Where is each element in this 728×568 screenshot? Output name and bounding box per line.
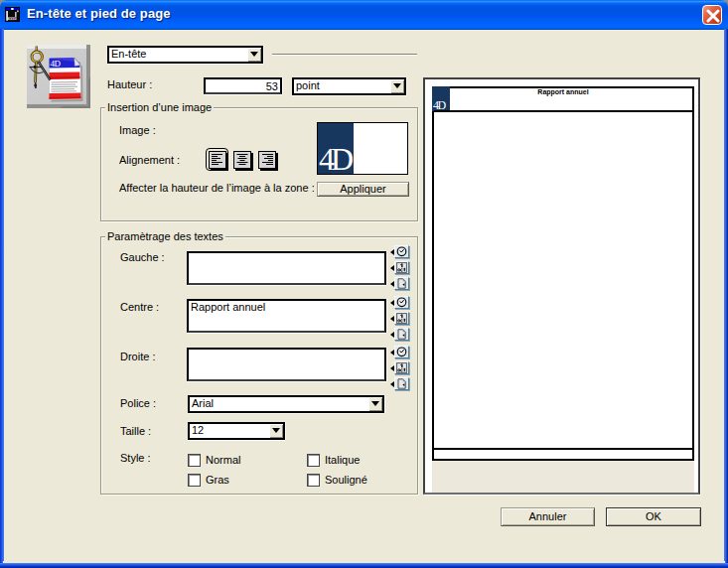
svg-text:4D: 4D [51,59,62,69]
